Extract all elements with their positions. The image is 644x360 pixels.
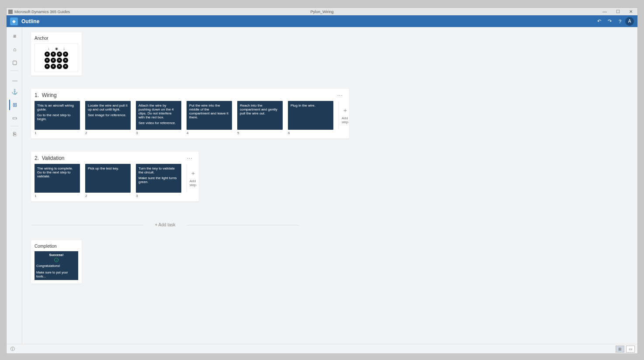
add-task-button[interactable]: + Add task: [31, 222, 299, 227]
left-nav-rail: ≡ ⌂ ▢ ⸏ ⚓ ⊞ ▭ ⎘: [7, 27, 22, 344]
add-step-button[interactable]: ＋ Add step: [339, 101, 348, 130]
anchor-arrow-icon: ↓: [48, 47, 50, 51]
window-controls: — ☐ ✕: [598, 9, 637, 14]
step-number: 4: [187, 131, 188, 135]
hamburger-button[interactable]: ≡: [9, 31, 20, 42]
add-step-button[interactable]: ＋ Add step: [187, 164, 196, 193]
plus-icon: ＋: [342, 107, 348, 114]
completion-step: Success! ✓ Congratulations! Make sure to…: [35, 251, 78, 280]
step-card[interactable]: Reach into the compartment and gently pu…: [237, 101, 283, 130]
minimize-button[interactable]: —: [598, 9, 611, 14]
completion-card[interactable]: Completion Success! ✓ Congratulations! M…: [31, 240, 82, 284]
step-card[interactable]: Attach the wire by pushing down on the 4…: [136, 101, 181, 130]
guides-logo-icon: ◆: [10, 17, 18, 25]
completion-label: Completion: [35, 244, 78, 249]
app-window: Microsoft Dynamics 365 Guides Pylon_Wiri…: [6, 7, 638, 354]
rail-separator: [10, 70, 18, 71]
step-number: 6: [288, 131, 290, 135]
step-card[interactable]: Locate the wire and pull it up and out u…: [85, 101, 131, 130]
app-name: Microsoft Dynamics 365 Guides: [14, 10, 70, 14]
content-area: Anchor ↓ ◉ ↓ ✕✕✕✕ ✕✕✕✕ ✕✕✕✕ 1.: [22, 27, 637, 344]
check-icon: ✓: [54, 258, 59, 262]
rail-separator: [10, 126, 18, 126]
outline-button[interactable]: ⊞: [9, 100, 20, 110]
step-number: 3: [136, 131, 138, 135]
task-more-button[interactable]: ···: [184, 155, 195, 161]
account-avatar[interactable]: A: [625, 17, 634, 26]
media-button[interactable]: ▢: [9, 57, 20, 68]
step-number: 1: [35, 194, 36, 198]
anchor-button[interactable]: ⚓: [9, 87, 20, 97]
body: ≡ ⌂ ▢ ⸏ ⚓ ⊞ ▭ ⎘ Anchor ↓ ◉ ↓: [7, 27, 637, 344]
anchor-label: Anchor: [35, 36, 78, 41]
task-card-wiring: 1. Wiring ··· This is an aircraft wiring…: [31, 89, 349, 138]
page-title: Outline: [21, 18, 39, 24]
step-card[interactable]: Put the wire into the middle of the comp…: [187, 101, 232, 130]
step-number: 5: [237, 131, 239, 135]
step-card[interactable]: The wiring is complete. Go to the next s…: [35, 164, 80, 193]
task-card-validation: 2. Validation ··· The wiring is complete…: [31, 152, 199, 201]
step-number: 2: [85, 131, 87, 135]
status-bar: ⓘ ⊞ ▭: [7, 344, 637, 353]
task-title[interactable]: 2. Validation: [35, 155, 65, 161]
step-card[interactable]: Turn the key to validate the circuit.Mak…: [136, 164, 181, 193]
app-icon: [8, 10, 13, 14]
step-view-button[interactable]: ▭: [9, 113, 20, 123]
redo-button[interactable]: ↷: [605, 17, 614, 26]
header-bar: ◆ Outline ↶ ↷ ? A: [7, 15, 637, 27]
step-card[interactable]: This is an aircraft wiring guide.Go to t…: [35, 101, 80, 130]
recent-button[interactable]: ⎘: [9, 129, 20, 139]
task-title[interactable]: 1. Wiring: [35, 92, 57, 98]
step-number: 1: [35, 131, 36, 135]
step-card[interactable]: Pick up the test key.: [85, 164, 131, 193]
help-button[interactable]: ?: [616, 17, 624, 26]
step-number: 3: [136, 194, 138, 198]
anchor-globe-icon: ◉: [55, 47, 58, 51]
anchor-arrow-icon: ↓: [63, 47, 65, 51]
titlebar: Microsoft Dynamics 365 Guides Pylon_Wiri…: [7, 8, 637, 15]
close-button[interactable]: ✕: [624, 9, 637, 14]
info-icon[interactable]: ⓘ: [9, 346, 16, 352]
placeholder-button[interactable]: ⸏: [9, 73, 20, 84]
document-name: Pylon_Wiring: [310, 10, 333, 14]
task-more-button[interactable]: ···: [335, 92, 346, 98]
plus-icon: ＋: [190, 170, 196, 177]
undo-button[interactable]: ↶: [595, 17, 603, 26]
anchor-thumbnail: ↓ ◉ ↓ ✕✕✕✕ ✕✕✕✕ ✕✕✕✕: [35, 43, 78, 72]
step-number: 2: [85, 194, 87, 198]
step-card[interactable]: Plug in the wire.: [288, 101, 333, 130]
anchor-card[interactable]: Anchor ↓ ◉ ↓ ✕✕✕✕ ✕✕✕✕ ✕✕✕✕: [31, 32, 82, 76]
outline-view-button[interactable]: ⊞: [616, 346, 624, 353]
home-button[interactable]: ⌂: [9, 44, 20, 55]
step-view-button[interactable]: ▭: [626, 346, 635, 353]
maximize-button[interactable]: ☐: [611, 9, 624, 14]
